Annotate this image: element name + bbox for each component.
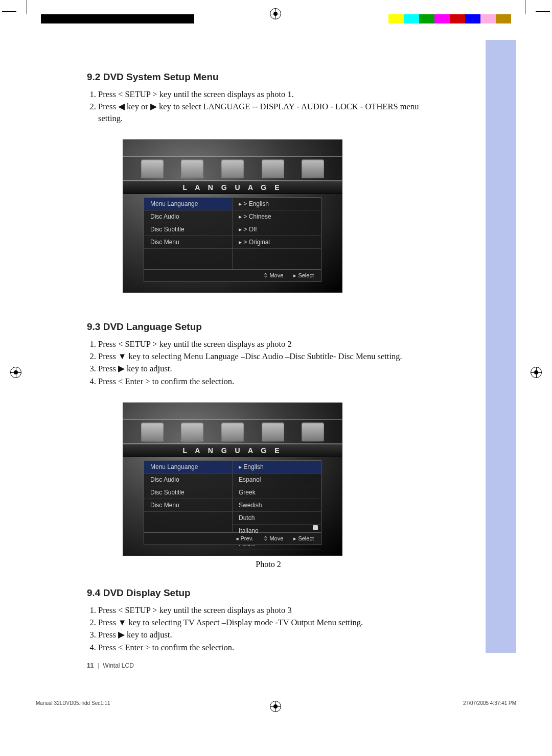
osd-label: Disc Subtitle (144, 223, 232, 236)
instruction-step: Press ▶ key to adjust. (98, 629, 440, 641)
osd-footer: ⇕ Move ▸ Select (144, 270, 321, 282)
osd-value: Dutch (233, 512, 321, 525)
page-number: 11 (87, 662, 94, 669)
osd-value: > Original (233, 236, 321, 249)
instruction-step: Press ▼ key to selecting TV Aspect –Disp… (98, 617, 440, 628)
osd-value: Swedish (233, 499, 321, 512)
document-name: Wintal LCD (103, 662, 134, 669)
process-bar-dark (41, 14, 194, 23)
section-heading-94: 9.4 DVD Display Setup (87, 587, 440, 599)
osd-tab-icon (141, 422, 164, 441)
instruction-step: Press < SETUP > key until the screen dis… (98, 89, 440, 100)
osd-screenshot-photo2: L A N G U A G E Menu Languange Disc Audi… (123, 403, 342, 556)
osd-tab-icon (302, 422, 324, 441)
osd-hint: ⇕ Move (263, 535, 283, 542)
scroll-indicator-icon (313, 525, 318, 530)
osd-value: > Chinese (233, 210, 321, 223)
section-heading-92: 9.2 DVD System Setup Menu (87, 72, 440, 83)
osd-tab-icon (221, 159, 244, 178)
osd-tab-icons (123, 419, 342, 444)
page-footer: 11 | Wintal LCD (87, 662, 134, 669)
registration-mark-icon (531, 367, 542, 378)
osd-title: L A N G U A G E (123, 444, 342, 457)
osd-label: Disc Subtitle (144, 486, 232, 499)
instruction-step: Press ▼ key to selecting Menu Language –… (98, 351, 440, 362)
margin-tab (486, 40, 516, 653)
osd-screenshot-photo1: L A N G U A G E Menu Languange Disc Audi… (123, 139, 342, 293)
osd-label: Menu Languange (144, 461, 232, 474)
instruction-list-94: Press < SETUP > key until the screen dis… (98, 605, 440, 653)
osd-tab-icon (221, 422, 244, 441)
page-content: 9.2 DVD System Setup Menu Press < SETUP … (87, 72, 440, 654)
process-bar-color (388, 14, 511, 23)
osd-tab-icon (262, 159, 284, 178)
osd-label: Disc Menu (144, 236, 232, 249)
osd-label: Disc Menu (144, 499, 232, 512)
registration-mark-icon (10, 367, 21, 378)
section-heading-93: 9.3 DVD Language Setup (87, 321, 440, 333)
osd-hint: ◂ Prev. (236, 535, 253, 542)
instruction-step: Press ▶ key to adjust. (98, 363, 440, 374)
registration-mark-icon (270, 8, 281, 19)
osd-tab-icon (181, 159, 203, 178)
instruction-step: Press < Enter > to confirm the selection… (98, 376, 440, 387)
osd-value: Greek (233, 486, 321, 499)
osd-hint: ⇕ Move (263, 272, 283, 279)
instruction-step: Press < Enter > to confirm the selection… (98, 642, 440, 653)
osd-hint: ▸ Select (293, 535, 314, 542)
osd-label: Menu Languange (144, 198, 232, 210)
osd-tab-icons (123, 156, 342, 181)
osd-body: Menu Languange Disc Audio Disc Subtitle … (144, 460, 321, 533)
instruction-step: Press ◀ key or ▶ key to select LANGUAGE … (98, 101, 440, 124)
osd-tab-icon (181, 422, 203, 441)
osd-hint: ▸ Select (293, 272, 314, 279)
print-timestamp: 27/07/2005 4:37:41 PM (463, 700, 516, 706)
instruction-list-93: Press < SETUP > key until the screen dis… (98, 339, 440, 387)
print-filename: Manual 32LDVD05.indd Sec1:11 (36, 700, 110, 706)
instruction-list-92: Press < SETUP > key until the screen dis… (98, 89, 440, 124)
osd-body: Menu Languange Disc Audio Disc Subtitle … (144, 197, 321, 270)
osd-tab-icon (262, 422, 284, 441)
instruction-step: Press < SETUP > key until the screen dis… (98, 339, 440, 350)
osd-tab-icon (141, 159, 164, 178)
osd-value: > English (233, 198, 321, 210)
osd-value: > Off (233, 223, 321, 236)
osd-footer: ◂ Prev. ⇕ Move ▸ Select (144, 533, 321, 545)
osd-value: Espanol (233, 474, 321, 486)
osd-tab-icon (302, 159, 324, 178)
instruction-step: Press < SETUP > key until the screen dis… (98, 605, 440, 616)
figure-caption: Photo 2 (158, 560, 378, 569)
osd-label: Disc Audio (144, 474, 232, 486)
osd-label: Disc Audio (144, 210, 232, 223)
osd-value: ▸ English (233, 461, 321, 474)
print-metadata: Manual 32LDVD05.indd Sec1:11 27/07/2005 … (36, 700, 516, 706)
osd-title: L A N G U A G E (123, 181, 342, 194)
